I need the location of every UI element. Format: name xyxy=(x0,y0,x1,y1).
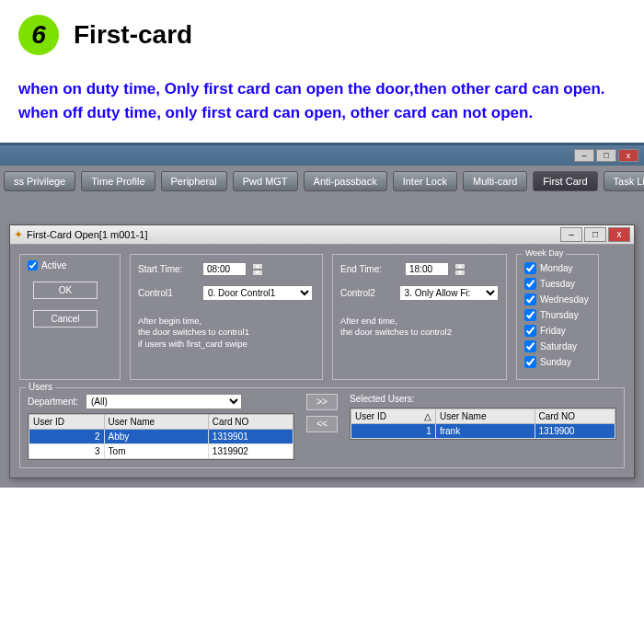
table-row[interactable]: 1frank1319900 xyxy=(351,424,615,439)
dialog-title: First-Card Open[1 m001-1] xyxy=(27,229,147,240)
selected-users-label: Selected Users: xyxy=(350,394,616,404)
move-right-button[interactable]: >> xyxy=(306,394,338,410)
cancel-button[interactable]: Cancel xyxy=(33,310,98,328)
col-header[interactable]: User Name xyxy=(435,409,535,424)
tab-first-card[interactable]: First Card xyxy=(533,171,597,191)
weekday-thursday[interactable]: Thursday xyxy=(524,309,591,321)
col-header[interactable]: Card NO xyxy=(535,409,615,424)
end-time-input[interactable] xyxy=(405,262,449,276)
col-header[interactable]: User ID xyxy=(29,415,105,430)
maximize-button[interactable]: □ xyxy=(596,149,616,162)
start-panel: Start Time: ▲▼ Control1 0. Door Control1… xyxy=(130,254,323,380)
control2-select[interactable]: 3. Only Allow Fi: xyxy=(399,285,499,301)
dialog-icon: ✦ xyxy=(14,228,23,241)
tab-inter-lock[interactable]: Inter Lock xyxy=(393,171,457,191)
end-time-spinner[interactable]: ▲▼ xyxy=(454,263,466,276)
week-legend: Week Day xyxy=(523,248,566,258)
dlg-minimize-button[interactable]: – xyxy=(560,227,582,242)
step-number-badge: 6 xyxy=(18,15,59,55)
tab-bar: ss PrivilegeTime ProfilePeripheralPwd MG… xyxy=(0,166,644,202)
users-section: Users Department: (All) User IDUser Name… xyxy=(19,387,625,468)
desc-line2: when off duty time, only first card can … xyxy=(18,101,626,125)
weekday-friday[interactable]: Friday xyxy=(524,325,591,337)
control2-label: Control2 xyxy=(340,288,394,298)
desc-line1: when on duty time, Only first card can o… xyxy=(18,77,626,101)
tab-time-profile[interactable]: Time Profile xyxy=(81,171,155,191)
tab-pwd-mgt[interactable]: Pwd MGT xyxy=(233,171,298,191)
tab-anti-passback[interactable]: Anti-passback xyxy=(304,171,387,191)
control1-label: Control1 xyxy=(138,288,197,298)
active-checkbox[interactable]: Active xyxy=(28,260,112,270)
tab-peripheral[interactable]: Peripheral xyxy=(161,171,227,191)
col-header[interactable]: User Name xyxy=(104,415,208,430)
step-title: First-card xyxy=(74,20,192,50)
department-label: Department: xyxy=(28,397,78,407)
left-panel: Active OK Cancel xyxy=(19,254,121,380)
close-button[interactable]: x xyxy=(618,149,638,162)
start-time-spinner[interactable]: ▲▼ xyxy=(252,263,263,276)
first-card-dialog: ✦ First-Card Open[1 m001-1] – □ x Active… xyxy=(9,224,635,478)
ok-button[interactable]: OK xyxy=(33,282,98,299)
weekday-sunday[interactable]: Sunday xyxy=(524,356,591,368)
tab-multi-card[interactable]: Multi-card xyxy=(463,171,527,191)
weekday-tuesday[interactable]: Tuesday xyxy=(524,278,591,290)
minimize-button[interactable]: – xyxy=(574,149,594,162)
dlg-close-button[interactable]: x xyxy=(608,227,630,242)
col-header[interactable]: User ID △ xyxy=(351,409,436,424)
week-panel: Week Day MondayTuesdayWednesdayThursdayF… xyxy=(516,254,599,380)
dlg-maximize-button[interactable]: □ xyxy=(584,227,606,242)
available-users-grid[interactable]: User IDUser NameCard NO2Abby13199013Tom1… xyxy=(28,413,294,460)
tab-task-list[interactable]: Task List xyxy=(604,171,644,191)
end-panel: End Time: ▲▼ Control2 3. Only Allow Fi: … xyxy=(332,254,507,380)
move-left-button[interactable]: << xyxy=(306,416,338,432)
weekday-wednesday[interactable]: Wednesday xyxy=(524,293,591,305)
tab-ss-privilege[interactable]: ss Privilege xyxy=(4,171,75,191)
end-time-label: End Time: xyxy=(340,264,399,274)
description: when on duty time, Only first card can o… xyxy=(0,63,644,143)
outer-titlebar: – □ x xyxy=(0,145,644,166)
col-header[interactable]: Card NO xyxy=(208,415,293,430)
department-select[interactable]: (All) xyxy=(86,394,242,409)
users-legend: Users xyxy=(26,382,55,392)
table-row[interactable]: 3Tom1319902 xyxy=(29,444,293,459)
start-time-label: Start Time: xyxy=(138,264,197,274)
table-row[interactable]: 2Abby1319901 xyxy=(29,430,293,444)
weekday-saturday[interactable]: Saturday xyxy=(524,340,591,352)
control1-select[interactable]: 0. Door Control1 xyxy=(202,285,313,301)
weekday-monday[interactable]: Monday xyxy=(524,262,591,274)
start-time-input[interactable] xyxy=(202,262,247,276)
selected-users-grid[interactable]: User ID △User NameCard NO1frank1319900 xyxy=(350,408,616,440)
